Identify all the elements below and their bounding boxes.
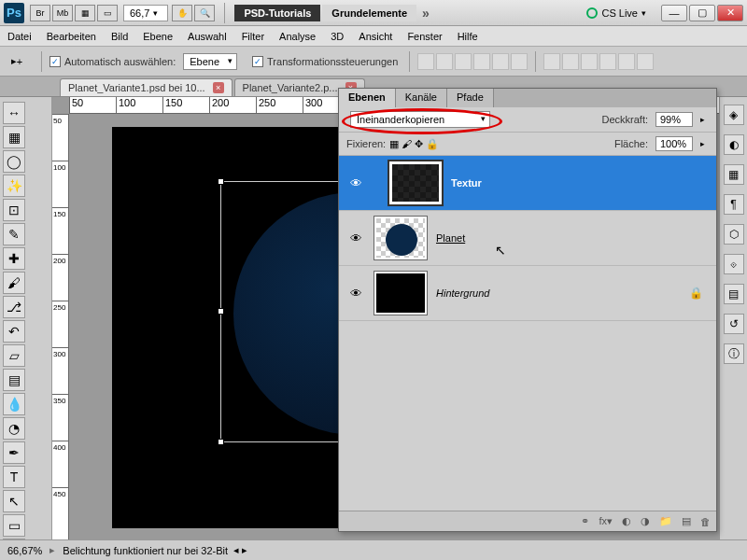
blend-mode-dropdown[interactable]: Ineinanderkopieren	[350, 111, 490, 128]
fill-input[interactable]: 100%	[655, 136, 693, 151]
workspace-1[interactable]: PSD-Tutorials	[234, 5, 320, 21]
layer-name[interactable]: Textur	[451, 177, 482, 189]
layer-name[interactable]: Hintergrund	[436, 287, 489, 299]
visibility-icon[interactable]: 👁	[345, 287, 367, 301]
link-icon[interactable]: ⚭	[581, 515, 589, 527]
color-panel-icon[interactable]: ◈	[724, 105, 744, 125]
auto-select-checkbox[interactable]: ✓	[49, 56, 61, 67]
opacity-flyout[interactable]: ▸	[700, 115, 705, 124]
fx-icon[interactable]: fx▾	[599, 515, 613, 527]
layers-icon[interactable]: ▦	[724, 164, 744, 185]
crop-tool[interactable]: ⊡	[3, 199, 25, 221]
marquee-tool[interactable]: ▦	[3, 126, 25, 148]
menu-bearbeiten[interactable]: Bearbeiten	[47, 31, 96, 42]
wand-tool[interactable]: ✨	[3, 175, 25, 197]
titlebar: Ps Br Mb ▦ ▭ 66,7 ▾ ✋ 🔍 PSD-Tutorials Gr…	[0, 0, 747, 26]
layer-thumbnail[interactable]	[374, 217, 427, 259]
document-canvas[interactable]	[112, 127, 355, 528]
visibility-icon[interactable]: 👁	[345, 231, 367, 245]
heal-tool[interactable]: ✚	[3, 247, 25, 270]
arrange-button[interactable]: ▦	[75, 5, 95, 21]
distribute-icons[interactable]	[543, 53, 654, 70]
history-icon[interactable]: ↺	[724, 314, 744, 334]
status-zoom[interactable]: 66,67%	[7, 545, 42, 556]
menu-hilfe[interactable]: Hilfe	[458, 31, 478, 42]
close-button[interactable]: ✕	[717, 5, 743, 21]
panel-tabs: Ebenen Kanäle Pfade	[339, 89, 716, 107]
group-icon[interactable]: 📁	[659, 515, 672, 527]
blur-tool[interactable]: 💧	[3, 393, 25, 415]
toolbox: ↔ ▦ ◯ ✨ ⊡ ✎ ✚ 🖌 ⎇ ↶ ▱ ▤ 💧 ◔ ✒ T ↖ ▭ ⬡ ⊕ …	[0, 97, 52, 560]
tab-ebenen[interactable]: Ebenen	[339, 89, 396, 107]
stamp-tool[interactable]: ⎇	[3, 296, 25, 318]
mask-icon[interactable]: ◐	[622, 515, 631, 527]
align-icons[interactable]	[417, 53, 528, 70]
info-icon[interactable]: ⓘ	[724, 343, 744, 364]
path-tool[interactable]: ↖	[3, 490, 25, 512]
adjustment-icon[interactable]: ◑	[641, 515, 650, 527]
auto-select-label: Automatisch auswählen:	[64, 56, 176, 67]
new-layer-icon[interactable]: ▤	[682, 515, 691, 527]
gradient-tool[interactable]: ▤	[3, 369, 25, 391]
layer-hintergrund[interactable]: 👁 Hintergrund 🔒	[339, 266, 716, 321]
ps-logo: Ps	[4, 3, 24, 23]
eyedrop-tool[interactable]: ✎	[3, 223, 25, 245]
lock-label: Fixieren:	[346, 138, 386, 149]
visibility-icon[interactable]: 👁	[345, 176, 367, 190]
menu-ansicht[interactable]: Ansicht	[359, 31, 392, 42]
transform-checkbox[interactable]: ✓	[252, 56, 263, 67]
tab-pfade[interactable]: Pfade	[447, 89, 494, 107]
lock-transparency-icon[interactable]: ▦	[389, 138, 399, 150]
shape-tool[interactable]: ▭	[3, 514, 25, 537]
more-workspaces[interactable]: »	[422, 6, 430, 21]
fill-flyout[interactable]: ▸	[700, 139, 705, 148]
delete-icon[interactable]: 🗑	[700, 516, 711, 527]
menu-ebene[interactable]: Ebene	[143, 31, 173, 42]
type-icon[interactable]: ¶	[724, 194, 744, 215]
move-tool[interactable]: ↔	[3, 102, 25, 124]
swatches-icon[interactable]: ▤	[724, 284, 744, 304]
eraser-tool[interactable]: ▱	[3, 344, 25, 367]
doc-tab-1[interactable]: Planet_Variante1.psd bei 10...×	[60, 78, 233, 96]
lasso-tool[interactable]: ◯	[3, 150, 25, 173]
menu-bild[interactable]: Bild	[111, 31, 128, 42]
status-message: Belichtung funktioniert nur bei 32-Bit	[63, 545, 228, 556]
minibridge-button[interactable]: Mb	[52, 5, 73, 21]
tab-kanaele[interactable]: Kanäle	[396, 89, 447, 107]
opacity-input[interactable]: 99%	[655, 112, 693, 127]
pen-tool[interactable]: ✒	[3, 441, 25, 464]
layer-thumbnail[interactable]	[389, 161, 442, 204]
close-icon[interactable]: ×	[213, 82, 224, 93]
dodge-tool[interactable]: ◔	[3, 417, 25, 440]
lock-position-icon[interactable]: ✥	[415, 138, 423, 150]
history-tool[interactable]: ↶	[3, 320, 25, 343]
menu-filter[interactable]: Filter	[242, 31, 264, 42]
menu-datei[interactable]: Datei	[7, 31, 32, 42]
brush-tool[interactable]: 🖌	[3, 272, 25, 294]
layer-name[interactable]: Planet	[436, 232, 465, 244]
zoom-level[interactable]: 66,7 ▾	[123, 5, 168, 21]
zoom-button[interactable]: 🔍	[194, 5, 215, 21]
bridge-button[interactable]: Br	[30, 5, 50, 21]
panel-footer: ⚭ fx▾ ◐ ◑ 📁 ▤ 🗑	[339, 511, 716, 531]
layer-planet[interactable]: 👁 Planet	[339, 211, 716, 266]
adjustments-icon[interactable]: ◐	[724, 134, 744, 155]
path-icon[interactable]: ⟐	[724, 254, 744, 274]
layer-thumbnail[interactable]	[374, 272, 427, 315]
minimize-button[interactable]: —	[661, 5, 687, 21]
brush-icon[interactable]: ⬡	[724, 224, 744, 245]
hand-button[interactable]: ✋	[172, 5, 192, 21]
cs-live[interactable]: CS Live ▾	[586, 7, 650, 19]
lock-pixels-icon[interactable]: 🖌	[402, 138, 412, 149]
menu-fenster[interactable]: Fenster	[407, 31, 442, 42]
lock-all-icon[interactable]: 🔒	[426, 138, 439, 150]
workspace-2[interactable]: Grundelemente	[322, 5, 416, 21]
menu-analyse[interactable]: Analyse	[279, 31, 316, 42]
menu-3d[interactable]: 3D	[331, 31, 344, 42]
menu-auswahl[interactable]: Auswahl	[188, 31, 227, 42]
type-tool[interactable]: T	[3, 466, 25, 488]
screen-button[interactable]: ▭	[97, 5, 118, 21]
maximize-button[interactable]: ▢	[689, 5, 715, 21]
auto-select-dropdown[interactable]: Ebene	[183, 53, 237, 70]
layer-textur[interactable]: 👁 Textur	[339, 156, 716, 211]
